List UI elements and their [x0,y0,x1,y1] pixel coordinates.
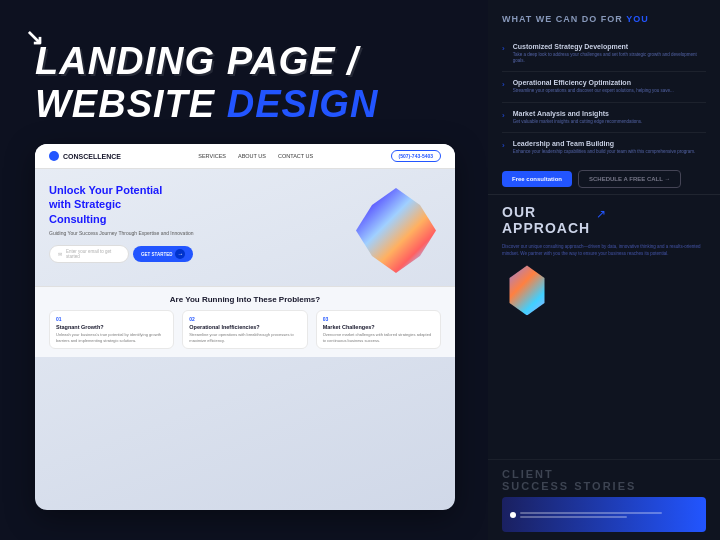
hero-subheadline: Guiding Your Success Journey Through Exp… [49,230,341,238]
problem-card-2: 02 Operational Inefficiencies? Streamlin… [182,310,307,349]
cta-arrow-icon: → [175,249,185,259]
problem-title-3: Market Challenges? [323,324,434,330]
problem-number-3: 03 [323,316,434,322]
hero-headline: Unlock Your Potentialwith StrategicConsu… [49,183,341,226]
approach-description: Discover our unique consulting approach—… [502,244,706,258]
client-bar-text-lines [520,512,698,518]
crystal-shape [356,188,436,273]
get-started-btn: GET STARTED → [133,246,193,262]
service-item-2: › Operational Efficiency Optimization St… [502,72,706,102]
nav-services: SERVICES [198,153,226,159]
title-white: WEBSITE [35,83,215,125]
mockup-phone-btn: (507)-743-5403 [391,150,441,162]
mockup-logo: CONSCELLENCE [49,151,121,161]
service-content-2: Operational Efficiency Optimization Stre… [513,79,706,94]
mockup-nav-links: SERVICES ABOUT US CONTACT US [198,153,313,159]
problem-number-1: 01 [56,316,167,322]
email-cta-row: ✉ Enter your email to get started GET ST… [49,245,341,263]
service-title-1: Customized Strategy Development [513,43,706,50]
logo-text: CONSCELLENCE [63,153,121,160]
left-panel: ↘ LANDING PAGE / WEBSITE DESIGN CONSCELL… [0,0,490,540]
hero-crystal [351,183,441,278]
approach-header: OURAPPROACH ↗ [502,205,706,236]
right-top-section: WHAT WE CAN DO FOR YOU › Customized Stra… [488,0,720,162]
client-success-section: CLIENT SUCCESS STORIES [488,459,720,540]
hero-text-area: Unlock Your Potentialwith StrategicConsu… [49,183,341,278]
envelope-icon: ✉ [58,251,62,257]
service-content-3: Market Analysis and Insights Get valuabl… [513,110,706,125]
service-desc-1: Take a deep look to address your challen… [513,52,706,65]
service-content-1: Customized Strategy Development Take a d… [513,43,706,65]
service-bullet-3: › [502,111,505,120]
client-success-subtitle: SUCCESS STORIES [502,480,706,492]
service-item-3: › Market Analysis and Insights Get valua… [502,103,706,133]
email-input-mockup: ✉ Enter your email to get started [49,245,129,263]
free-consult-btn[interactable]: Free consultation [502,171,572,187]
problem-title-1: Stagnant Growth? [56,324,167,330]
service-item-4: › Leadership and Team Building Enhance y… [502,133,706,162]
title-line2: WEBSITE DESIGN [35,83,455,126]
problems-grid: 01 Stagnant Growth? Unleash your busines… [49,310,441,349]
service-desc-3: Get valuable market insights and cutting… [513,119,706,125]
service-bullet-1: › [502,44,505,53]
section-title-text: WHAT WE CAN DO FOR [502,14,626,24]
decorative-arrow: ↘ [25,25,43,51]
section-title-highlight: YOU [626,14,649,24]
service-content-4: Leadership and Team Building Enhance you… [513,140,706,155]
problem-desc-2: Streamline your operations with breakthr… [189,332,300,343]
logo-icon [49,151,59,161]
service-list: › Customized Strategy Development Take a… [502,36,706,162]
problem-card-3: 03 Market Challenges? Overcome market ch… [316,310,441,349]
service-title-2: Operational Efficiency Optimization [513,79,706,86]
problems-title: Are You Running Into These Problems? [49,295,441,304]
client-success-title: CLIENT [502,468,706,480]
service-desc-4: Enhance your leadership capabilities and… [513,149,706,155]
approach-crystal [502,265,557,320]
consult-row: Free consultation SCHEDULE A FREE CALL → [488,164,720,194]
mockup-navbar: CONSCELLENCE SERVICES ABOUT US CONTACT U… [35,144,455,169]
approach-crystal-shape [502,265,552,315]
service-bullet-4: › [502,141,505,150]
title-line1: LANDING PAGE / [35,40,455,83]
service-bullet-2: › [502,80,505,89]
right-panel: WHAT WE CAN DO FOR YOU › Customized Stra… [488,0,720,540]
website-mockup: CONSCELLENCE SERVICES ABOUT US CONTACT U… [35,144,455,510]
bar-line-1 [520,512,662,514]
problem-card-1: 01 Stagnant Growth? Unleash your busines… [49,310,174,349]
problem-number-2: 02 [189,316,300,322]
approach-title: OURAPPROACH [502,205,590,236]
right-section-title: WHAT WE CAN DO FOR YOU [502,14,706,26]
client-success-bar [502,497,706,532]
problem-title-2: Operational Inefficiencies? [189,324,300,330]
approach-arrow-icon: ↗ [596,207,606,221]
nav-contact: CONTACT US [278,153,313,159]
title-blue: DESIGN [215,83,378,125]
approach-section: OURAPPROACH ↗ Discover our unique consul… [488,194,720,459]
service-title-4: Leadership and Team Building [513,140,706,147]
bar-line-2 [520,516,627,518]
email-placeholder: Enter your email to get started [66,249,120,259]
problems-section: Are You Running Into These Problems? 01 … [35,286,455,357]
schedule-btn[interactable]: SCHEDULE A FREE CALL → [578,170,681,188]
client-bar-avatar [510,512,516,518]
mockup-hero: Unlock Your Potentialwith StrategicConsu… [35,169,455,286]
problem-desc-1: Unleash your business's true potential b… [56,332,167,343]
problem-desc-3: Overcome market challenges with tailored… [323,332,434,343]
service-item-1: › Customized Strategy Development Take a… [502,36,706,73]
nav-about: ABOUT US [238,153,266,159]
service-title-3: Market Analysis and Insights [513,110,706,117]
cta-label: GET STARTED [141,252,172,257]
main-title: LANDING PAGE / WEBSITE DESIGN [35,40,455,126]
service-desc-2: Streamline your operations and discover … [513,88,706,94]
